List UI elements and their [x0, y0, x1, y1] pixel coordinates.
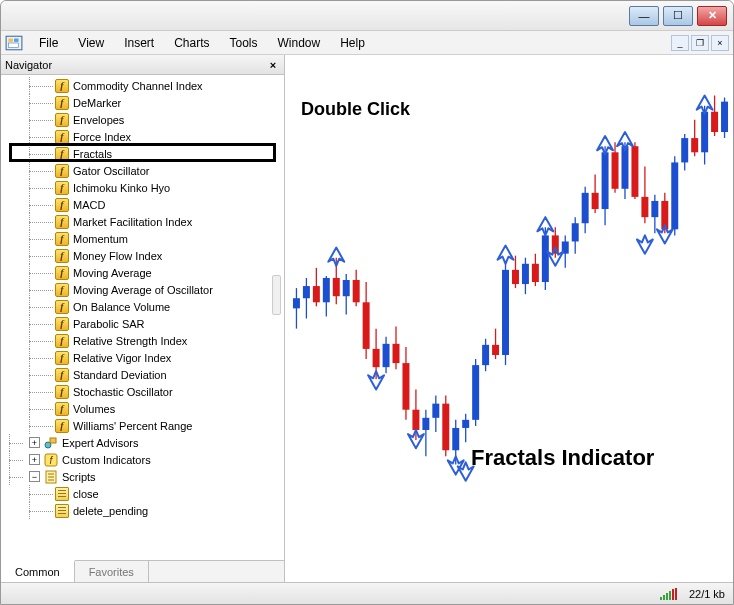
function-icon: f	[55, 334, 69, 348]
function-icon: f	[55, 198, 69, 212]
indicator-ichimoku-kinko-hyo[interactable]: fIchimoku Kinko Hyo	[1, 179, 284, 196]
indicator-envelopes[interactable]: fEnvelopes	[1, 111, 284, 128]
indicator-label: DeMarker	[73, 97, 121, 109]
function-icon: f	[55, 232, 69, 246]
navigator-panel: Navigator × fCommodity Channel IndexfDeM…	[1, 55, 285, 582]
indicator-parabolic-sar[interactable]: fParabolic SAR	[1, 315, 284, 332]
indicator-label: Commodity Channel Index	[73, 80, 203, 92]
indicator-volumes[interactable]: fVolumes	[1, 400, 284, 417]
window-close-button[interactable]: ✕	[697, 6, 727, 26]
svg-rect-5	[50, 438, 56, 443]
indicator-force-index[interactable]: fForce Index	[1, 128, 284, 145]
tree-expander[interactable]: +	[29, 454, 40, 465]
indicator-commodity-channel-index[interactable]: fCommodity Channel Index	[1, 77, 284, 94]
indicator-macd[interactable]: fMACD	[1, 196, 284, 213]
tree-expander[interactable]: +	[29, 437, 40, 448]
script-label: delete_pending	[73, 505, 148, 517]
indicator-label: Moving Average	[73, 267, 152, 279]
function-icon: f	[55, 96, 69, 110]
function-icon: f	[55, 368, 69, 382]
function-icon: f	[55, 385, 69, 399]
tab-common[interactable]: Common	[1, 560, 75, 582]
group-icon: f	[44, 453, 58, 467]
navigator-title: Navigator	[5, 59, 266, 71]
candlestick-chart	[285, 55, 733, 582]
navigator-close-button[interactable]: ×	[266, 58, 280, 72]
indicator-label: Money Flow Index	[73, 250, 162, 262]
function-icon: f	[55, 130, 69, 144]
indicator-label: Parabolic SAR	[73, 318, 145, 330]
fractal-down-icon	[637, 235, 653, 253]
script-icon	[55, 504, 69, 518]
window-maximize-button[interactable]: ☐	[663, 6, 693, 26]
svg-rect-49	[472, 365, 479, 420]
indicator-label: On Balance Volume	[73, 301, 170, 313]
indicator-label: Standard Deviation	[73, 369, 167, 381]
navigator-header[interactable]: Navigator ×	[1, 55, 284, 75]
indicator-fractals[interactable]: fFractals	[1, 145, 284, 162]
svg-rect-21	[333, 278, 340, 296]
svg-rect-3	[8, 43, 18, 48]
script-close[interactable]: close	[1, 485, 284, 502]
indicator-moving-average-of-oscillator[interactable]: fMoving Average of Oscillator	[1, 281, 284, 298]
menu-file[interactable]: File	[29, 33, 68, 53]
navigator-tabs: Common Favorites	[1, 560, 284, 582]
function-icon: f	[55, 300, 69, 314]
svg-rect-1	[8, 38, 13, 41]
function-icon: f	[55, 215, 69, 229]
svg-rect-89	[671, 162, 678, 229]
menu-view[interactable]: View	[68, 33, 114, 53]
menu-window[interactable]: Window	[268, 33, 331, 53]
group-ea[interactable]: +Expert Advisors	[1, 434, 284, 451]
group-label: Expert Advisors	[62, 437, 138, 449]
group-icon	[44, 470, 58, 484]
indicator-label: Gator Oscillator	[73, 165, 149, 177]
svg-rect-95	[701, 112, 708, 153]
indicator-stochastic-oscillator[interactable]: fStochastic Oscillator	[1, 383, 284, 400]
script-label: close	[73, 488, 99, 500]
svg-rect-99	[721, 102, 728, 132]
function-icon: f	[55, 351, 69, 365]
chart-area[interactable]: Double Click Fractals Indicator	[285, 55, 733, 582]
group-scripts[interactable]: −Scripts	[1, 468, 284, 485]
svg-rect-85	[651, 201, 658, 217]
mdi-close-button[interactable]: ×	[711, 35, 729, 51]
svg-rect-77	[612, 152, 619, 188]
indicator-williams-percent-range[interactable]: fWilliams' Percent Range	[1, 417, 284, 434]
indicator-on-balance-volume[interactable]: fOn Balance Volume	[1, 298, 284, 315]
function-icon: f	[55, 317, 69, 331]
tab-favorites[interactable]: Favorites	[75, 561, 149, 582]
menu-insert[interactable]: Insert	[114, 33, 164, 53]
function-icon: f	[55, 79, 69, 93]
svg-rect-15	[303, 286, 310, 298]
indicator-relative-strength-index[interactable]: fRelative Strength Index	[1, 332, 284, 349]
mdi-minimize-button[interactable]: _	[671, 35, 689, 51]
indicator-demarker[interactable]: fDeMarker	[1, 94, 284, 111]
indicator-label: Force Index	[73, 131, 131, 143]
indicator-moving-average[interactable]: fMoving Average	[1, 264, 284, 281]
indicator-momentum[interactable]: fMomentum	[1, 230, 284, 247]
svg-rect-69	[572, 223, 579, 241]
status-transfer: 22/1 kb	[689, 588, 725, 600]
indicator-market-facilitation-index[interactable]: fMarket Facilitation Index	[1, 213, 284, 230]
mdi-restore-button[interactable]: ❐	[691, 35, 709, 51]
indicator-standard-deviation[interactable]: fStandard Deviation	[1, 366, 284, 383]
svg-rect-57	[512, 270, 519, 284]
script-delete_pending[interactable]: delete_pending	[1, 502, 284, 519]
indicator-relative-vigor-index[interactable]: fRelative Vigor Index	[1, 349, 284, 366]
menu-tools[interactable]: Tools	[220, 33, 268, 53]
indicator-label: Williams' Percent Range	[73, 420, 192, 432]
menu-charts[interactable]: Charts	[164, 33, 219, 53]
svg-rect-75	[602, 152, 609, 209]
scrollbar-thumb[interactable]	[272, 275, 281, 315]
svg-rect-93	[691, 138, 698, 152]
group-ci[interactable]: +fCustom Indicators	[1, 451, 284, 468]
menu-help[interactable]: Help	[330, 33, 375, 53]
window-minimize-button[interactable]: —	[629, 6, 659, 26]
indicator-gator-oscillator[interactable]: fGator Oscillator	[1, 162, 284, 179]
tree-expander[interactable]: −	[29, 471, 40, 482]
function-icon: f	[55, 113, 69, 127]
svg-rect-33	[393, 344, 400, 363]
navigator-tree[interactable]: fCommodity Channel IndexfDeMarkerfEnvelo…	[1, 75, 284, 560]
indicator-money-flow-index[interactable]: fMoney Flow Index	[1, 247, 284, 264]
